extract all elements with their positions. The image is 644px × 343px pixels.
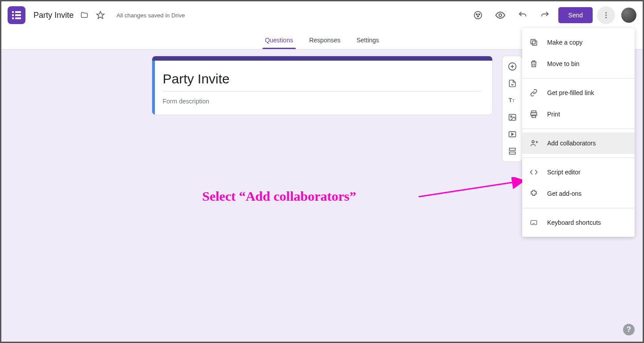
form-header-card[interactable]: Party Invite Form description <box>152 56 493 115</box>
svg-rect-1 <box>15 11 21 13</box>
svg-point-11 <box>499 14 502 17</box>
form-description[interactable]: Form description <box>163 91 482 105</box>
add-section-icon[interactable] <box>504 144 521 159</box>
add-title-icon[interactable]: TT <box>504 93 521 108</box>
svg-line-27 <box>419 181 524 197</box>
header-bar: Party Invite All changes saved in Drive … <box>1 1 643 29</box>
menu-add-collaborators[interactable]: Add collaborators <box>522 132 635 154</box>
annotation-text: Select “Add collaborators” <box>202 189 356 204</box>
more-button[interactable] <box>597 6 615 24</box>
svg-rect-0 <box>12 11 14 13</box>
svg-rect-5 <box>15 17 21 19</box>
tab-questions[interactable]: Questions <box>265 37 293 49</box>
svg-rect-24 <box>509 148 515 150</box>
menu-label: Print <box>547 111 560 118</box>
menu-print[interactable]: Print <box>522 103 635 125</box>
menu-label: Script editor <box>547 169 581 176</box>
menu-label: Get pre-filled link <box>547 89 594 96</box>
svg-point-7 <box>474 12 482 19</box>
forms-logo[interactable] <box>8 6 25 24</box>
svg-marker-23 <box>511 133 513 136</box>
svg-marker-6 <box>97 12 104 19</box>
menu-label: Get add-ons <box>547 190 582 197</box>
form-title[interactable]: Party Invite <box>163 69 482 91</box>
menu-separator <box>522 208 635 208</box>
keyboard-icon <box>529 219 540 226</box>
star-icon[interactable] <box>96 10 106 20</box>
menu-addons[interactable]: Get add-ons <box>522 183 635 204</box>
annotation-arrow <box>419 177 530 199</box>
svg-text:T: T <box>509 97 512 103</box>
import-questions-icon[interactable] <box>504 76 521 91</box>
print-icon <box>529 110 540 119</box>
avatar[interactable] <box>621 8 636 23</box>
add-question-icon[interactable] <box>504 59 521 74</box>
side-toolbar: TT <box>502 56 523 162</box>
menu-label: Keyboard shortcuts <box>547 219 601 226</box>
forms-icon <box>12 10 21 20</box>
menu-label: Make a copy <box>547 39 582 46</box>
more-menu: Make a copy Move to bin Get pre-filled l… <box>522 28 635 237</box>
svg-point-9 <box>479 14 480 15</box>
menu-separator <box>522 78 635 79</box>
svg-rect-29 <box>531 39 535 44</box>
send-button[interactable]: Send <box>558 7 593 23</box>
svg-point-12 <box>606 12 607 13</box>
menu-make-copy[interactable]: Make a copy <box>522 32 635 53</box>
move-folder-icon[interactable] <box>80 10 90 20</box>
svg-rect-28 <box>532 41 537 45</box>
link-icon <box>529 88 540 97</box>
svg-point-14 <box>606 17 607 18</box>
tab-settings[interactable]: Settings <box>357 37 379 49</box>
menu-prefilled[interactable]: Get pre-filled link <box>522 82 635 103</box>
svg-point-33 <box>532 141 534 143</box>
svg-point-13 <box>606 15 607 16</box>
menu-keyboard[interactable]: Keyboard shortcuts <box>522 212 635 233</box>
menu-move-bin[interactable]: Move to bin <box>522 53 635 74</box>
preview-icon[interactable] <box>491 6 509 24</box>
code-icon <box>529 168 540 177</box>
menu-separator <box>522 128 635 129</box>
svg-rect-36 <box>531 220 536 224</box>
menu-label: Add collaborators <box>547 140 596 147</box>
header-actions: Send <box>469 1 636 29</box>
menu-separator <box>522 157 635 158</box>
svg-point-8 <box>476 14 478 15</box>
addon-icon <box>529 189 540 198</box>
document-title[interactable]: Party Invite <box>33 11 74 20</box>
menu-label: Move to bin <box>547 60 579 67</box>
copy-icon <box>529 38 540 47</box>
save-status: All changes saved in Drive <box>116 12 185 19</box>
svg-rect-3 <box>15 14 21 16</box>
theme-icon[interactable] <box>469 6 487 24</box>
trash-icon <box>529 59 540 68</box>
svg-text:T: T <box>512 99 515 103</box>
menu-script-editor[interactable]: Script editor <box>522 161 635 183</box>
tab-responses[interactable]: Responses <box>309 37 341 49</box>
undo-icon[interactable] <box>514 6 532 24</box>
add-video-icon[interactable] <box>504 127 521 142</box>
help-icon[interactable]: ? <box>623 324 635 335</box>
svg-point-10 <box>478 16 479 17</box>
svg-rect-4 <box>12 17 14 19</box>
people-icon <box>529 139 540 148</box>
add-image-icon[interactable] <box>504 110 521 125</box>
svg-rect-2 <box>12 14 14 16</box>
svg-point-21 <box>511 116 512 117</box>
redo-icon[interactable] <box>536 6 554 24</box>
svg-rect-25 <box>509 152 515 154</box>
